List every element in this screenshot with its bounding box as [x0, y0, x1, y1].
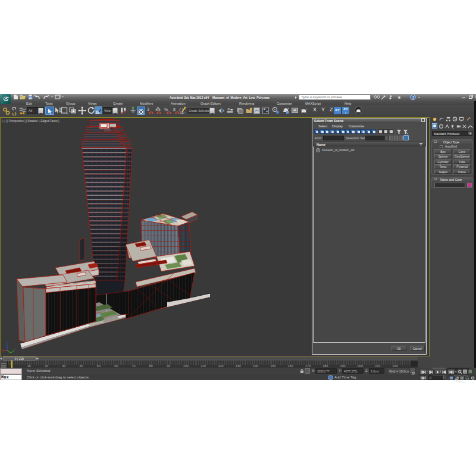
svg-text:ABC: ABC — [180, 112, 185, 115]
svg-text:?: ? — [412, 95, 414, 99]
svg-text:8: 8 — [173, 108, 176, 112]
svg-text:z: z — [6, 340, 7, 343]
svg-text:3: 3 — [147, 107, 149, 111]
svg-text:y: y — [14, 347, 15, 350]
svg-text:%: % — [164, 108, 168, 112]
svg-text:x: x — [1, 347, 2, 350]
